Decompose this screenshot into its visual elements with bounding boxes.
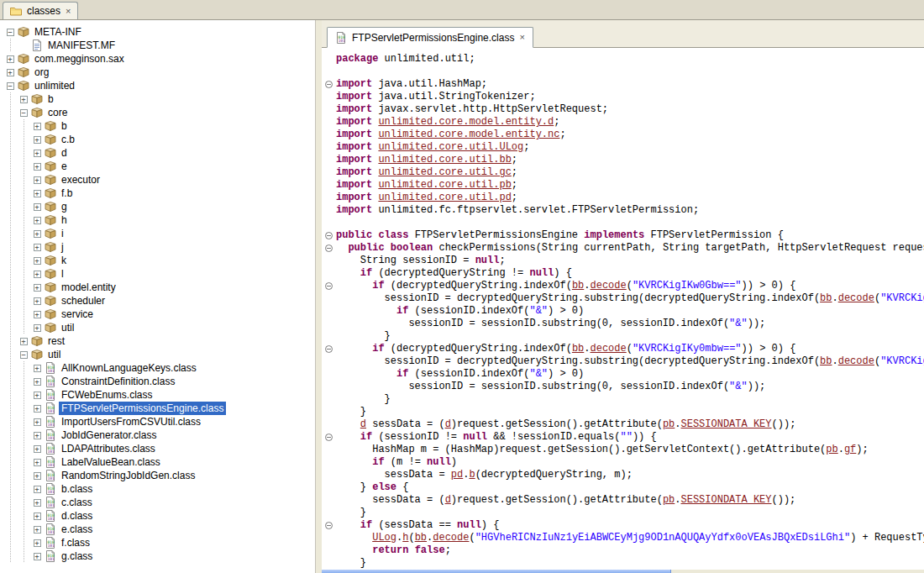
tree-item-f-class[interactable]: +010101f.class <box>0 536 315 549</box>
expand-expander-icon[interactable]: + <box>34 244 41 251</box>
expand-expander-icon[interactable]: + <box>34 257 41 265</box>
tree-item-g-class[interactable]: +010101g.class <box>0 549 315 563</box>
fold-collapse-icon[interactable] <box>325 522 333 529</box>
tree-item-meta-inf[interactable]: −META-INF <box>0 25 315 39</box>
code-reference-link[interactable]: bb <box>820 292 832 304</box>
expand-expander-icon[interactable]: + <box>34 392 41 399</box>
tree-item-util[interactable]: +util <box>0 321 315 334</box>
fold-collapse-icon[interactable] <box>325 345 333 353</box>
code-reference-link[interactable]: unlimited.core.util.bb <box>378 154 511 166</box>
expand-expander-icon[interactable]: + <box>34 445 41 453</box>
expand-expander-icon[interactable]: + <box>34 459 41 466</box>
tree-item-j[interactable]: +j <box>0 240 315 254</box>
tree-item-fcwebenums-class[interactable]: +010101FCWebEnums.class <box>0 388 315 402</box>
expand-expander-icon[interactable]: + <box>34 378 41 386</box>
code-reference-link[interactable]: bb <box>572 280 584 292</box>
code-reference-link[interactable]: SESSIONDATA_KEY <box>681 418 772 430</box>
expand-expander-icon[interactable]: + <box>34 311 41 318</box>
expand-expander-icon[interactable]: + <box>34 553 41 560</box>
tree-item-scheduler[interactable]: +scheduler <box>0 294 315 308</box>
code-reference-link[interactable]: decode <box>590 343 626 355</box>
tree-item-unlimited[interactable]: −unlimited <box>0 79 315 92</box>
tree-item-executor[interactable]: +executor <box>0 173 315 187</box>
collapse-expander-icon[interactable]: − <box>20 351 28 359</box>
tree-item-core[interactable]: −core <box>0 106 315 119</box>
code-reference-link[interactable]: bb <box>415 532 427 544</box>
code-reference-link[interactable]: unlimited.core.util.pd <box>378 192 511 203</box>
tree-item-e[interactable]: +e <box>0 160 315 173</box>
code-reference-link[interactable]: decode <box>838 355 874 367</box>
fold-collapse-icon[interactable] <box>325 81 333 88</box>
tree-item-d[interactable]: +d <box>0 146 315 160</box>
expand-expander-icon[interactable]: + <box>34 486 41 493</box>
expand-expander-icon[interactable]: + <box>7 55 14 63</box>
code-reference-link[interactable]: gf <box>844 444 856 455</box>
code-reference-link[interactable]: decode <box>838 292 874 304</box>
expand-expander-icon[interactable]: + <box>34 284 41 292</box>
collapse-expander-icon[interactable]: − <box>20 109 28 117</box>
code-reference-link[interactable]: pb <box>663 494 675 506</box>
tree-item-service[interactable]: +service <box>0 308 315 321</box>
tree-item-e-class[interactable]: +010101e.class <box>0 523 315 536</box>
tree-item-constraintdefinition-class[interactable]: +010101ConstraintDefinition.class <box>0 375 315 388</box>
code-reference-link[interactable]: bb <box>820 355 832 367</box>
expand-expander-icon[interactable]: + <box>34 150 41 157</box>
code-reference-link[interactable]: pb <box>663 418 675 430</box>
tree-item-manifest-mf[interactable]: MANIFEST.MF <box>0 39 315 52</box>
tree-item-g[interactable]: +g <box>0 200 315 213</box>
tree-item-com-megginson-sax[interactable]: +com.megginson.sax <box>0 52 315 66</box>
expand-expander-icon[interactable]: + <box>7 69 14 76</box>
tree-item-i[interactable]: +i <box>0 227 315 240</box>
tree-item-util[interactable]: −util <box>0 348 315 361</box>
expand-expander-icon[interactable]: + <box>34 297 41 305</box>
horizontal-scrollbar[interactable] <box>322 570 924 573</box>
expand-expander-icon[interactable]: + <box>20 338 28 345</box>
code-reference-link[interactable]: bb <box>572 343 584 355</box>
code-reference-link[interactable]: unlimited.core.model.entity.d <box>378 116 554 128</box>
tree-item-org[interactable]: +org <box>0 66 315 79</box>
expand-expander-icon[interactable]: + <box>34 136 41 144</box>
expand-expander-icon[interactable]: + <box>34 163 41 171</box>
tree-item-k[interactable]: +k <box>0 254 315 267</box>
code-reference-link[interactable]: unlimited.core.util.gc <box>378 166 511 178</box>
code-reference-link[interactable]: unlimited.core.util.ULog <box>378 141 523 153</box>
tree-item-allknownlanguagekeys-class[interactable]: +010101AllKnownLanguageKeys.class <box>0 361 315 375</box>
expand-expander-icon[interactable]: + <box>34 176 41 184</box>
collapse-expander-icon[interactable]: − <box>7 29 14 36</box>
expand-expander-icon[interactable]: + <box>34 499 41 507</box>
expand-expander-icon[interactable]: + <box>34 513 41 520</box>
expand-expander-icon[interactable]: + <box>34 418 41 426</box>
code-reference-link[interactable]: ULog <box>372 532 396 544</box>
expand-expander-icon[interactable]: + <box>34 472 41 480</box>
scrollbar-thumb[interactable] <box>322 570 671 573</box>
code-reference-link[interactable]: d <box>445 494 451 506</box>
expand-expander-icon[interactable]: + <box>34 432 41 439</box>
tree-item-b[interactable]: +b <box>0 92 315 106</box>
fold-collapse-icon[interactable] <box>325 434 333 441</box>
tree-item-rest[interactable]: +rest <box>0 334 315 348</box>
expand-expander-icon[interactable]: + <box>34 271 41 278</box>
expand-expander-icon[interactable]: + <box>34 526 41 534</box>
tree-item-d-class[interactable]: +010101d.class <box>0 509 315 523</box>
tree-item-labelvaluebean-class[interactable]: +010101LabelValueBean.class <box>0 455 315 469</box>
tree-item-l[interactable]: +l <box>0 267 315 281</box>
tree-item-b-class[interactable]: +010101b.class <box>0 482 315 496</box>
expand-expander-icon[interactable]: + <box>34 190 41 197</box>
tree-item-c-b[interactable]: +c.b <box>0 133 315 146</box>
code-reference-link[interactable]: SESSIONDATA_KEY <box>680 494 771 506</box>
expand-expander-icon[interactable]: + <box>20 96 28 103</box>
tree-item-c-class[interactable]: +010101c.class <box>0 496 315 509</box>
tree-item-jobidgenerator-class[interactable]: +010101JobIdGenerator.class <box>0 428 315 442</box>
collapse-expander-icon[interactable]: − <box>7 82 14 90</box>
code-reference-link[interactable]: unlimited.core.model.entity.nc <box>378 129 559 140</box>
expand-expander-icon[interactable]: + <box>34 539 41 547</box>
fold-collapse-icon[interactable] <box>325 232 333 239</box>
jar-tab-classes[interactable]: classes × <box>3 2 78 19</box>
code-reference-link[interactable]: pd <box>451 469 463 481</box>
expand-expander-icon[interactable]: + <box>34 123 41 130</box>
tree-item-ldapattributes-class[interactable]: +010101LDAPAttributes.class <box>0 442 315 455</box>
code-reference-link[interactable]: decode <box>433 532 469 544</box>
fold-collapse-icon[interactable] <box>325 282 333 290</box>
expand-expander-icon[interactable]: + <box>34 405 41 413</box>
tree-item-h[interactable]: +h <box>0 213 315 227</box>
